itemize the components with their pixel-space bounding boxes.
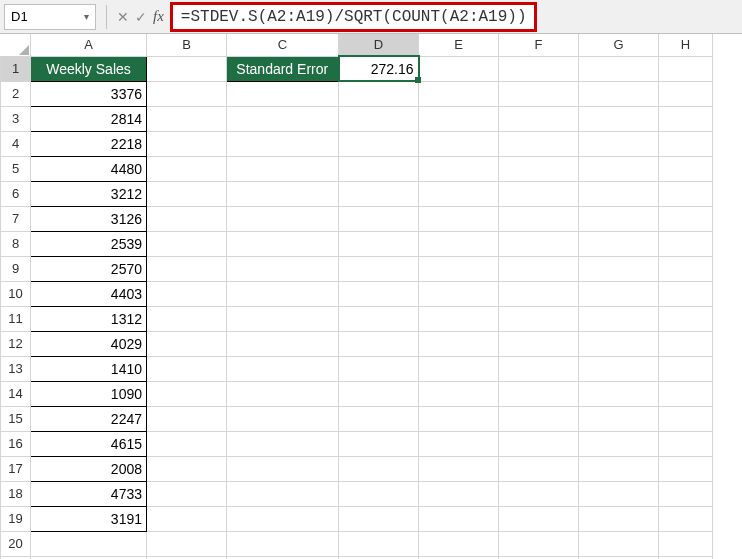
cell-F13[interactable] [499, 356, 579, 381]
col-header-D[interactable]: D [339, 34, 419, 56]
row-header-1[interactable]: 1 [1, 56, 31, 81]
cell-B6[interactable] [147, 181, 227, 206]
col-header-A[interactable]: A [31, 34, 147, 56]
cell-C1[interactable]: Standard Error [227, 56, 339, 81]
cell-E6[interactable] [419, 181, 499, 206]
grid-table[interactable]: A B C D E F G H 1 Weekly Sales Standard … [0, 34, 713, 559]
cell-D9[interactable] [339, 256, 419, 281]
cell-G14[interactable] [579, 381, 659, 406]
cell-D6[interactable] [339, 181, 419, 206]
cell-D20[interactable] [339, 531, 419, 556]
cell-D3[interactable] [339, 106, 419, 131]
row-header-13[interactable]: 13 [1, 356, 31, 381]
accept-icon[interactable]: ✓ [135, 9, 147, 25]
cell-E20[interactable] [419, 531, 499, 556]
row-header-17[interactable]: 17 [1, 456, 31, 481]
cell-H5[interactable] [659, 156, 713, 181]
cell-D7[interactable] [339, 206, 419, 231]
cell-F8[interactable] [499, 231, 579, 256]
cell-F16[interactable] [499, 431, 579, 456]
cell-H2[interactable] [659, 81, 713, 106]
cell-B2[interactable] [147, 81, 227, 106]
cell-B15[interactable] [147, 406, 227, 431]
col-header-H[interactable]: H [659, 34, 713, 56]
cell-B11[interactable] [147, 306, 227, 331]
cell-F6[interactable] [499, 181, 579, 206]
cell-B8[interactable] [147, 231, 227, 256]
cell-F19[interactable] [499, 506, 579, 531]
cell-D16[interactable] [339, 431, 419, 456]
cell-G19[interactable] [579, 506, 659, 531]
cell-C8[interactable] [227, 231, 339, 256]
cell-C2[interactable] [227, 81, 339, 106]
cell-D1[interactable]: 272.16 [339, 56, 419, 81]
cell-A19[interactable]: 3191 [31, 506, 147, 531]
cell-F15[interactable] [499, 406, 579, 431]
cell-G15[interactable] [579, 406, 659, 431]
cell-H17[interactable] [659, 456, 713, 481]
cell-E11[interactable] [419, 306, 499, 331]
cell-C18[interactable] [227, 481, 339, 506]
cancel-icon[interactable]: ✕ [117, 9, 129, 25]
cell-H10[interactable] [659, 281, 713, 306]
cell-G5[interactable] [579, 156, 659, 181]
cell-D15[interactable] [339, 406, 419, 431]
cell-B1[interactable] [147, 56, 227, 81]
cell-D10[interactable] [339, 281, 419, 306]
cell-B18[interactable] [147, 481, 227, 506]
cell-H4[interactable] [659, 131, 713, 156]
cell-A17[interactable]: 2008 [31, 456, 147, 481]
row-header-6[interactable]: 6 [1, 181, 31, 206]
cell-H14[interactable] [659, 381, 713, 406]
cell-H7[interactable] [659, 206, 713, 231]
cell-A15[interactable]: 2247 [31, 406, 147, 431]
cell-G4[interactable] [579, 131, 659, 156]
cell-H19[interactable] [659, 506, 713, 531]
cell-C11[interactable] [227, 306, 339, 331]
cell-F9[interactable] [499, 256, 579, 281]
cell-B5[interactable] [147, 156, 227, 181]
cell-E5[interactable] [419, 156, 499, 181]
cell-C15[interactable] [227, 406, 339, 431]
row-header-11[interactable]: 11 [1, 306, 31, 331]
row-header-9[interactable]: 9 [1, 256, 31, 281]
cell-A4[interactable]: 2218 [31, 131, 147, 156]
fx-icon[interactable]: fx [153, 8, 164, 25]
cell-G10[interactable] [579, 281, 659, 306]
cell-B14[interactable] [147, 381, 227, 406]
name-box[interactable]: D1 ▾ [4, 4, 96, 30]
cell-C16[interactable] [227, 431, 339, 456]
cell-C4[interactable] [227, 131, 339, 156]
cell-F7[interactable] [499, 206, 579, 231]
chevron-down-icon[interactable]: ▾ [84, 11, 89, 22]
row-header-8[interactable]: 8 [1, 231, 31, 256]
cell-E8[interactable] [419, 231, 499, 256]
cell-F18[interactable] [499, 481, 579, 506]
cell-A18[interactable]: 4733 [31, 481, 147, 506]
cell-A13[interactable]: 1410 [31, 356, 147, 381]
col-header-B[interactable]: B [147, 34, 227, 56]
cell-A14[interactable]: 1090 [31, 381, 147, 406]
row-header-12[interactable]: 12 [1, 331, 31, 356]
cell-H15[interactable] [659, 406, 713, 431]
cell-B20[interactable] [147, 531, 227, 556]
cell-C20[interactable] [227, 531, 339, 556]
cell-G2[interactable] [579, 81, 659, 106]
cell-E18[interactable] [419, 481, 499, 506]
cell-E7[interactable] [419, 206, 499, 231]
cell-G20[interactable] [579, 531, 659, 556]
row-header-2[interactable]: 2 [1, 81, 31, 106]
cell-D17[interactable] [339, 456, 419, 481]
cell-B12[interactable] [147, 331, 227, 356]
cell-H13[interactable] [659, 356, 713, 381]
cell-B4[interactable] [147, 131, 227, 156]
cell-G7[interactable] [579, 206, 659, 231]
cell-E9[interactable] [419, 256, 499, 281]
cell-D2[interactable] [339, 81, 419, 106]
cell-G8[interactable] [579, 231, 659, 256]
cell-C19[interactable] [227, 506, 339, 531]
cell-E10[interactable] [419, 281, 499, 306]
cell-D5[interactable] [339, 156, 419, 181]
cell-A2[interactable]: 3376 [31, 81, 147, 106]
cell-D8[interactable] [339, 231, 419, 256]
